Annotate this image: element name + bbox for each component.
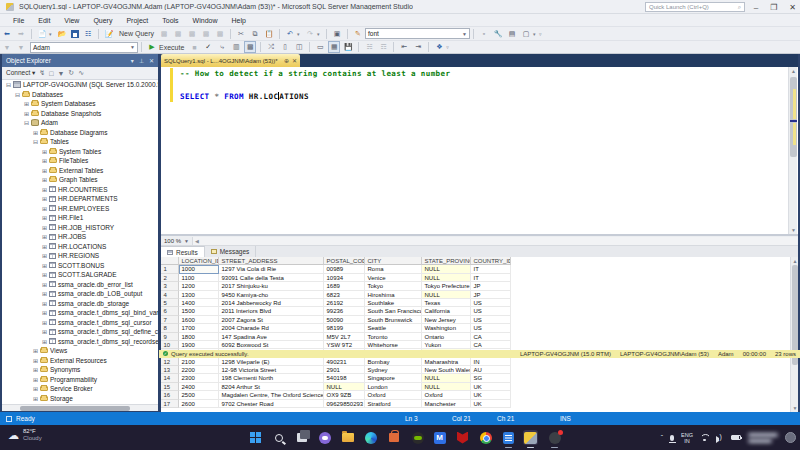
expand-icon[interactable]: ⊞ bbox=[41, 271, 48, 278]
grid-cell[interactable]: Sydney bbox=[365, 366, 422, 374]
weather-widget[interactable]: ☁ 82°F Cloudy bbox=[8, 428, 42, 442]
task-view-icon[interactable] bbox=[294, 430, 309, 445]
grid-cell[interactable]: UK bbox=[471, 400, 511, 408]
expand-icon[interactable]: ⊞ bbox=[32, 376, 39, 383]
results-to-grid-button[interactable]: ▦ bbox=[328, 41, 340, 53]
window-position-icon[interactable]: ▾ bbox=[131, 57, 134, 64]
tree-node[interactable]: ⊞HR.EMPLOYEES bbox=[2, 204, 158, 214]
grid-cell[interactable]: 09629850293 bbox=[324, 400, 365, 408]
tree-node[interactable]: ⊞ssma_oracle.t_dbms_sql_define_c bbox=[2, 327, 158, 337]
grid-cell[interactable]: Texas bbox=[422, 299, 471, 307]
tab-messages[interactable]: Messages bbox=[205, 246, 257, 257]
grid-cell[interactable]: 2901 bbox=[324, 366, 365, 374]
paste-button[interactable]: 📋 bbox=[263, 28, 275, 40]
clock-blurred[interactable] bbox=[748, 432, 778, 444]
expand-icon[interactable]: ⊞ bbox=[32, 129, 39, 136]
tree-node[interactable]: ⊞ssma_oracle.db_error_list bbox=[2, 280, 158, 290]
close-icon[interactable]: ✕ bbox=[149, 57, 154, 64]
column-header-city[interactable]: CITY bbox=[365, 257, 422, 265]
grid-cell[interactable]: CA bbox=[471, 341, 511, 349]
grid-cell[interactable]: Yukon bbox=[422, 341, 471, 349]
grid-cell[interactable]: 98199 bbox=[324, 324, 365, 332]
expand-icon[interactable]: ⊞ bbox=[23, 100, 30, 107]
tree-node[interactable]: ⊞SCOTT.BONUS bbox=[2, 261, 158, 271]
results-vscrollbar[interactable]: ▲ ▼ bbox=[790, 257, 798, 412]
menu-item-file[interactable]: File bbox=[6, 14, 31, 26]
menu-item-query[interactable]: Query bbox=[86, 14, 119, 26]
execute-button[interactable]: Execute bbox=[159, 44, 187, 51]
row-number-cell[interactable]: 4 bbox=[161, 291, 179, 299]
grid-corner-cell[interactable] bbox=[161, 257, 179, 265]
zoom-level-combobox[interactable]: 100 % bbox=[161, 238, 184, 244]
font-combobox[interactable]: font ▼ bbox=[365, 28, 470, 39]
grid-cell[interactable]: Hiroshima bbox=[365, 291, 422, 299]
geforce-app-icon[interactable] bbox=[410, 430, 425, 445]
tree-node[interactable]: ⊟Databases bbox=[2, 90, 158, 100]
tree-node[interactable]: ⊞HR.REGIONS bbox=[2, 251, 158, 261]
screen-button[interactable]: ▫ bbox=[478, 28, 490, 40]
grid-cell[interactable]: 1297 Via Cola di Rie bbox=[219, 265, 324, 273]
document-tab-active[interactable]: SQLQuery1.sql - L...4OGJNM\Adam (53))* ⊕… bbox=[161, 54, 300, 67]
grid-cell[interactable]: 1200 bbox=[179, 282, 219, 290]
grid-cell[interactable]: 9702 Chester Road bbox=[219, 400, 324, 408]
grid-cell[interactable]: 26192 bbox=[324, 299, 365, 307]
database-combobox[interactable]: Adam ▼ bbox=[30, 42, 138, 53]
grid-cell[interactable]: Toronto bbox=[365, 333, 422, 341]
tree-node[interactable]: ⊞Database Snapshots bbox=[2, 109, 158, 119]
scroll-up-icon[interactable]: ▲ bbox=[789, 68, 798, 74]
tab-results[interactable]: Results bbox=[161, 246, 205, 257]
refresh-icon[interactable]: ↻ bbox=[68, 69, 74, 77]
m-app-icon[interactable]: M bbox=[432, 430, 447, 445]
grid-cell[interactable]: IT bbox=[471, 265, 511, 273]
code-line[interactable] bbox=[180, 80, 450, 92]
row-number-cell[interactable]: 9 bbox=[161, 333, 179, 341]
expand-icon[interactable]: ⊞ bbox=[32, 395, 39, 402]
include-actual-plan-button[interactable]: ⤮ bbox=[265, 41, 277, 53]
media-button[interactable]: ▢ bbox=[520, 28, 532, 40]
grid-cell[interactable]: Manchester bbox=[422, 400, 471, 408]
grid-cell[interactable]: IT bbox=[471, 274, 511, 282]
filter-icon[interactable]: ▼ bbox=[57, 70, 64, 77]
grid-cell[interactable]: Ontario bbox=[422, 333, 471, 341]
notification-badge[interactable] bbox=[785, 432, 796, 443]
results-to-file-button[interactable]: 💾 bbox=[342, 41, 354, 53]
sql-editor[interactable]: -- How to detect if a string contains at… bbox=[161, 67, 798, 234]
battery-icon[interactable] bbox=[731, 435, 741, 441]
grid-cell[interactable]: NULL bbox=[422, 291, 471, 299]
column-header-country_id[interactable]: COUNTRY_ID bbox=[471, 257, 511, 265]
grid-cell[interactable]: 6092 Boxwood St bbox=[219, 341, 324, 349]
expand-icon[interactable]: ⊞ bbox=[41, 205, 48, 212]
tree-node[interactable]: ⊞External Resources bbox=[2, 356, 158, 366]
grid-cell[interactable]: Oxford bbox=[422, 391, 471, 399]
row-number-cell[interactable]: 6 bbox=[161, 307, 179, 315]
tree-node[interactable]: ⊞Synonyms bbox=[2, 365, 158, 375]
expand-icon[interactable]: ⊞ bbox=[32, 366, 39, 373]
grid-cell[interactable]: Magdalen Centre, The Oxford Science Park bbox=[219, 391, 324, 399]
tree-node[interactable]: ⊞FileTables bbox=[2, 156, 158, 166]
toolbar-overflow-icon[interactable]: ▿ bbox=[446, 44, 452, 50]
expand-icon[interactable]: ⊞ bbox=[41, 328, 48, 335]
grid-cell[interactable]: Venice bbox=[365, 274, 422, 282]
uncomment-button[interactable]: ☶ bbox=[377, 41, 389, 53]
column-header-location_id[interactable]: LOCATION_ID bbox=[179, 257, 219, 265]
expand-icon[interactable]: ⊞ bbox=[41, 243, 48, 250]
grid-cell[interactable]: 1900 bbox=[179, 341, 219, 349]
tree-node[interactable]: ⊞External Tables bbox=[2, 166, 158, 176]
scroll-left-icon[interactable]: ◀ bbox=[193, 238, 201, 244]
expand-icon[interactable]: ⊞ bbox=[41, 262, 48, 269]
row-number-cell[interactable]: 8 bbox=[161, 324, 179, 332]
row-number-cell[interactable]: 5 bbox=[161, 299, 179, 307]
activity-icon[interactable]: ∿ bbox=[78, 69, 84, 77]
editor-hscrollbar[interactable]: ◀ bbox=[192, 237, 798, 245]
tree-node[interactable]: ⊞HR.JOBS bbox=[2, 232, 158, 242]
grid-cell[interactable]: South Brunswick bbox=[365, 316, 422, 324]
collapse-icon[interactable]: ⊟ bbox=[32, 138, 39, 145]
row-number-cell[interactable]: 1 bbox=[161, 265, 179, 273]
redo-dropdown-icon[interactable]: ▾ bbox=[317, 31, 323, 37]
quick-launch-input[interactable]: Quick Launch (Ctrl+Q) ⌕ bbox=[645, 2, 745, 12]
expand-icon[interactable]: ⊞ bbox=[41, 252, 48, 259]
grid-cell[interactable]: NULL bbox=[422, 274, 471, 282]
analysis-query-button[interactable]: ▩ bbox=[172, 28, 184, 40]
grid-cell[interactable]: 1500 bbox=[179, 307, 219, 315]
grid-cell[interactable]: California bbox=[422, 307, 471, 315]
